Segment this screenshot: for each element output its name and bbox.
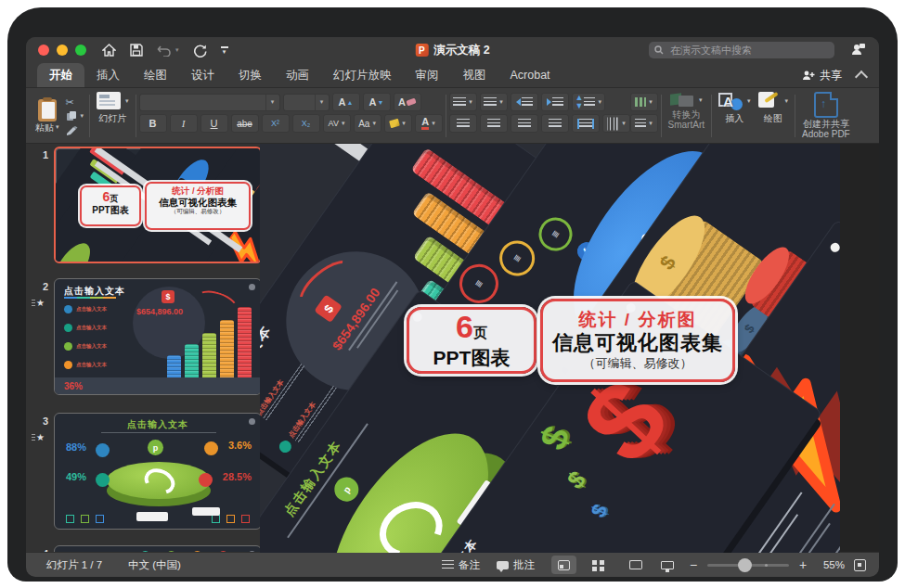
font-color-button[interactable]: A▾ [415, 114, 443, 133]
increase-indent-button[interactable] [541, 93, 569, 111]
zoom-slider[interactable] [707, 564, 789, 567]
normal-view-button[interactable] [551, 556, 576, 574]
tab-design[interactable]: 设计 [179, 63, 226, 87]
tab-view[interactable]: 视图 [451, 63, 498, 87]
align-text-button[interactable]: ▾ [630, 114, 658, 133]
slide-object-dot [249, 284, 255, 290]
font-size-caret[interactable]: ▾ [315, 95, 329, 110]
columns-button[interactable]: ▾ [630, 93, 658, 111]
undo-dropdown-caret[interactable]: ▾ [175, 46, 179, 54]
paste-button[interactable]: 粘贴▾ [32, 98, 63, 134]
insert-button[interactable]: A▾ 插入 [715, 91, 755, 124]
quick-access-toolbar: ▾ ▾ [102, 41, 228, 59]
copy-dropdown-caret[interactable]: ▾ [81, 112, 84, 120]
convert-smartart-button[interactable]: ▾ 转换为SmartArt [665, 91, 708, 131]
slide-canvas[interactable]: 点击输入文本 $ $654,896.00 点击输入文本 点击输入文本 点击输入文… [260, 144, 879, 553]
decrease-font-button[interactable]: A▼ [363, 93, 391, 111]
adobe-pdf-button[interactable]: 创建并共享Adobe PDF [798, 91, 854, 140]
badge-chart-title[interactable]: 统计 / 分析图 信息可视化图表集 （可编辑、易修改） [540, 299, 735, 382]
line-spacing-button[interactable]: ▲▼▾ [572, 93, 605, 111]
align-left-button[interactable] [449, 114, 477, 133]
clear-format-glyph: A [398, 96, 406, 108]
tab-draw[interactable]: 绘图 [132, 63, 179, 87]
language-indicator[interactable]: 中文 (中国) [128, 558, 181, 572]
badge-page-count[interactable]: 6页 PPT图表 [407, 307, 537, 374]
copy-button[interactable]: ▾ [64, 109, 86, 123]
superscript-button[interactable]: X² [262, 114, 290, 133]
increase-font-button[interactable]: A▲ [332, 93, 360, 111]
font-name-combo[interactable]: ▾ [139, 94, 280, 111]
slideshow-button[interactable] [654, 556, 679, 574]
slide-2-animation-star-icon: ★ [32, 298, 45, 308]
slide-3-thumbnail[interactable]: 点击输入文本 p 88% 49% 3.6% 28.5% [54, 413, 260, 530]
numbering-button[interactable]: ▾ [480, 93, 508, 111]
slide-2-thumbnail[interactable]: 点击输入文本 $ $654,896.00 点击输入文本 点击输入文本 点击输入文… [54, 278, 260, 395]
strikethrough-button[interactable]: abe [231, 114, 259, 133]
close-window-button[interactable] [38, 45, 49, 56]
ribbon-divider [711, 95, 712, 137]
font-size-combo[interactable]: ▾ [283, 94, 330, 111]
subscript-button[interactable]: X₂ [292, 114, 320, 133]
align-left-icon [457, 119, 470, 129]
minimize-window-button[interactable] [57, 45, 68, 56]
tab-acrobat[interactable]: Acrobat [498, 63, 562, 87]
change-case-button[interactable]: Aa▾ [354, 114, 381, 133]
bullets-button[interactable]: ▾ [449, 93, 477, 111]
share-button[interactable]: 共享 [802, 68, 842, 83]
comments-toggle[interactable]: 批注 [497, 558, 535, 572]
clear-formatting-button[interactable]: A [394, 93, 421, 111]
paste-dropdown-caret[interactable]: ▾ [56, 123, 59, 131]
zoom-slider-thumb[interactable] [738, 558, 752, 572]
tab-transitions[interactable]: 切换 [226, 63, 274, 87]
justify-button[interactable] [541, 114, 569, 133]
search-input[interactable] [668, 44, 829, 57]
tab-home[interactable]: 开始 [37, 63, 84, 87]
zoom-window-button[interactable] [75, 45, 86, 56]
tab-review[interactable]: 审阅 [404, 63, 451, 87]
tab-slideshow[interactable]: 幻灯片放映 [321, 63, 404, 87]
search-box[interactable] [649, 42, 834, 58]
customize-toolbar-icon[interactable]: ▾ [221, 46, 228, 54]
align-center-icon [487, 119, 500, 129]
highlight-button[interactable]: ▾ [384, 114, 412, 133]
decrease-indent-button[interactable] [511, 93, 538, 111]
strikethrough-glyph: abe [237, 119, 252, 129]
copy-icon [66, 110, 77, 121]
character-spacing-button[interactable]: AV▾ [323, 114, 351, 133]
distribute-button[interactable] [572, 114, 600, 133]
new-slide-button[interactable]: ▾ 幻灯片 [93, 91, 133, 124]
underline-button[interactable]: U [200, 114, 228, 133]
fit-slide-to-window-icon[interactable] [854, 559, 866, 571]
font-name-caret[interactable]: ▾ [265, 95, 279, 110]
mini-badge2-line1: 统计 / 分析图 [147, 185, 249, 197]
collapse-ribbon-icon[interactable] [855, 70, 868, 83]
zoom-percent[interactable]: 55% [817, 559, 845, 570]
home-icon[interactable] [102, 44, 116, 57]
italic-button[interactable]: I [170, 114, 198, 133]
zoom-in-button[interactable]: + [798, 557, 808, 572]
format-painter-button[interactable] [64, 123, 86, 137]
reading-view-button[interactable] [620, 556, 645, 574]
tab-animations[interactable]: 动画 [274, 63, 321, 87]
text-direction-button[interactable]: ▾ [602, 114, 630, 133]
align-right-button[interactable] [511, 114, 538, 133]
format-painter-icon [66, 125, 78, 135]
align-center-button[interactable] [480, 114, 508, 133]
draw-button[interactable]: ▾ 绘图 [755, 91, 793, 124]
thumb2-footer-band [55, 377, 260, 394]
redo-icon[interactable] [193, 44, 207, 58]
new-slide-caret[interactable]: ▾ [125, 97, 129, 105]
presence-person-icon[interactable] [850, 42, 866, 60]
current-slide[interactable]: 点击输入文本 $ $654,896.00 点击输入文本 点击输入文本 点击输入文… [260, 144, 840, 553]
cut-button[interactable]: ✂ [64, 96, 86, 109]
save-icon[interactable] [130, 44, 143, 57]
slide-sorter-button[interactable] [586, 556, 611, 574]
undo-icon[interactable]: ▾ [157, 45, 179, 57]
tab-insert[interactable]: 插入 [84, 63, 132, 87]
comments-label: 批注 [513, 558, 535, 572]
mini-badge1-line2: PPT图表 [82, 205, 139, 215]
slide-1-thumbnail[interactable]: $ 6页 PPT图表 统计 / 分析图 信息可视化图表集 （可编辑、易修改） [54, 147, 260, 263]
notes-toggle[interactable]: 备注 [442, 558, 480, 572]
zoom-out-button[interactable]: − [689, 557, 698, 572]
bold-button[interactable]: B [139, 114, 167, 133]
